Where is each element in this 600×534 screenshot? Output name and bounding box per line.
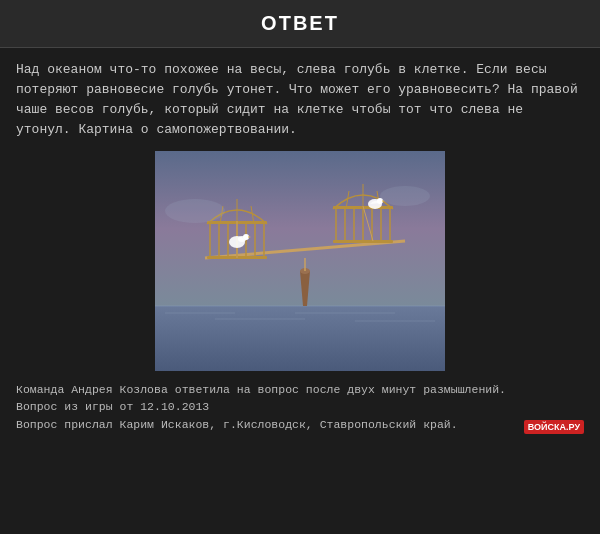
answer-header: ОТВЕТ bbox=[0, 0, 600, 48]
painting-svg bbox=[155, 151, 445, 371]
logo-area: ВОЙСКА.РУ bbox=[524, 420, 584, 434]
svg-rect-0 bbox=[155, 151, 445, 306]
main-content: Над океаном что-то похожее на весы, слев… bbox=[0, 48, 600, 534]
svg-rect-29 bbox=[333, 240, 393, 243]
footer-line1: Команда Андрея Козлова ответила на вопро… bbox=[16, 381, 518, 399]
svg-point-44 bbox=[165, 199, 225, 223]
svg-rect-1 bbox=[155, 306, 445, 371]
svg-point-45 bbox=[380, 186, 430, 206]
footer-left: Команда Андрея Козлова ответила на вопро… bbox=[16, 381, 518, 434]
footer-line3: Вопрос прислал Карим Искаков, г.Кисловод… bbox=[16, 416, 518, 434]
image-container bbox=[16, 151, 584, 371]
footer-line2: Вопрос из игры от 12.10.2013 bbox=[16, 398, 518, 416]
header-title: ОТВЕТ bbox=[261, 12, 339, 34]
main-container: ОТВЕТ Над океаном что-то похожее на весы… bbox=[0, 0, 600, 534]
site-logo[interactable]: ВОЙСКА.РУ bbox=[524, 420, 584, 434]
footer-row: Команда Андрея Козлова ответила на вопро… bbox=[16, 381, 584, 434]
painting bbox=[155, 151, 445, 371]
description-text: Над океаном что-то похожее на весы, слев… bbox=[16, 60, 584, 141]
